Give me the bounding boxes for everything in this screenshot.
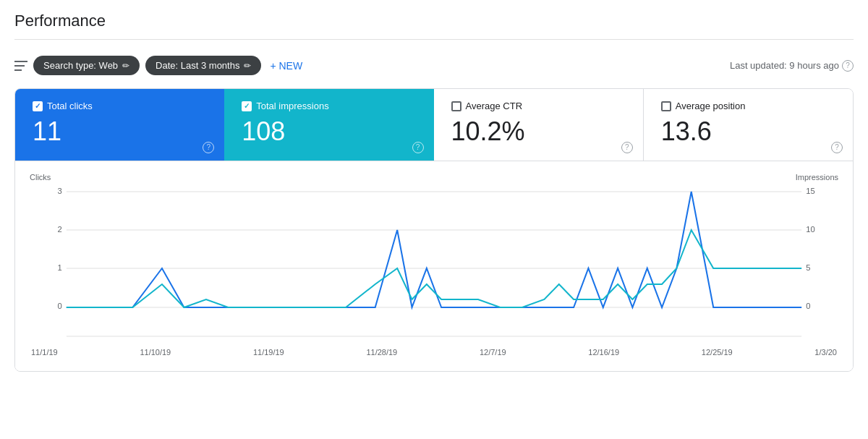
metric-name-total-clicks: Total clicks <box>47 101 93 111</box>
x-label-2: 11/19/19 <box>253 348 284 357</box>
svg-text:3: 3 <box>57 187 61 195</box>
search-type-label: Search type: Web <box>43 60 118 71</box>
x-label-6: 12/25/19 <box>702 348 733 357</box>
svg-text:0: 0 <box>806 302 810 310</box>
search-type-chip[interactable]: Search type: Web ✏ <box>33 56 140 75</box>
metric-label-ctr: Average CTR <box>451 101 626 111</box>
svg-text:1: 1 <box>57 263 61 272</box>
metric-help-total-clicks: ? <box>203 140 214 153</box>
toolbar: Search type: Web ✏ Date: Last 3 months ✏… <box>14 48 854 82</box>
chart-area: Clicks Impressions 3 2 1 0 1 <box>15 161 853 371</box>
filter-icon-button[interactable] <box>14 61 27 71</box>
main-card: Total clicks 11 ? Total impressions 108 … <box>14 88 854 372</box>
help-icon-clicks[interactable]: ? <box>203 142 214 153</box>
last-updated: Last updated: 9 hours ago ? <box>730 60 854 72</box>
metric-value-total-clicks: 11 <box>33 117 207 146</box>
pencil-icon: ✏ <box>122 61 129 71</box>
x-label-0: 11/1/19 <box>31 348 58 357</box>
left-axis-label: Clicks <box>30 173 51 182</box>
metric-value-average-position: 13.6 <box>661 117 835 146</box>
new-button[interactable]: + NEW <box>270 60 302 72</box>
chart-labels-row: Clicks Impressions <box>30 173 838 182</box>
x-label-1: 11/10/19 <box>140 348 171 357</box>
page-title: Performance <box>14 12 854 40</box>
svg-text:2: 2 <box>57 225 61 234</box>
metric-value-average-ctr: 10.2% <box>451 117 626 146</box>
help-icon-impressions[interactable]: ? <box>412 142 424 153</box>
checkbox-average-position <box>661 101 671 111</box>
x-axis-labels: 11/1/19 11/10/19 11/19/19 11/28/19 12/7/… <box>30 348 838 357</box>
metric-help-ctr: ? <box>621 140 633 153</box>
metric-value-total-impressions: 108 <box>242 117 416 146</box>
svg-text:5: 5 <box>806 263 810 272</box>
metric-name-total-impressions: Total impressions <box>256 101 328 111</box>
help-icon-position[interactable]: ? <box>831 142 843 153</box>
last-updated-help-icon[interactable]: ? <box>842 60 854 72</box>
svg-text:10: 10 <box>806 225 814 234</box>
x-label-3: 11/28/19 <box>366 348 397 357</box>
date-range-label: Date: Last 3 months <box>156 60 239 71</box>
x-label-5: 12/16/19 <box>588 348 619 357</box>
x-label-4: 12/7/19 <box>480 348 506 357</box>
svg-text:15: 15 <box>806 187 814 195</box>
checkbox-average-ctr <box>451 101 461 111</box>
help-icon-ctr[interactable]: ? <box>621 142 633 153</box>
chart-svg: 3 2 1 0 15 10 5 0 <box>30 184 838 344</box>
new-button-label: + NEW <box>270 60 302 72</box>
clicks-line <box>67 192 801 307</box>
filter-icon <box>14 61 27 71</box>
metric-label: Total clicks <box>33 101 207 111</box>
svg-text:0: 0 <box>57 302 61 310</box>
svg-rect-2 <box>14 69 22 71</box>
pencil-icon-2: ✏ <box>244 61 251 71</box>
metric-name-average-position: Average position <box>676 101 746 111</box>
metric-tile-total-impressions[interactable]: Total impressions 108 ? <box>224 89 433 161</box>
metric-tile-total-clicks[interactable]: Total clicks 11 ? <box>15 89 224 161</box>
metrics-row: Total clicks 11 ? Total impressions 108 … <box>15 89 853 161</box>
metric-help-impressions: ? <box>412 140 424 153</box>
chart-container: 3 2 1 0 15 10 5 0 <box>30 184 838 344</box>
metric-name-average-ctr: Average CTR <box>466 101 523 111</box>
metric-tile-average-ctr[interactable]: Average CTR 10.2% ? <box>434 89 644 161</box>
x-label-7: 1/3/20 <box>814 348 837 357</box>
svg-rect-1 <box>14 65 25 67</box>
metric-label-impressions: Total impressions <box>242 101 416 111</box>
metric-help-position: ? <box>831 140 843 153</box>
svg-rect-0 <box>14 61 27 62</box>
right-axis-label: Impressions <box>796 173 838 182</box>
metric-label-position: Average position <box>661 101 835 111</box>
date-range-chip[interactable]: Date: Last 3 months ✏ <box>145 56 261 75</box>
checkbox-total-clicks <box>33 101 43 111</box>
metric-tile-average-position[interactable]: Average position 13.6 ? <box>644 89 853 161</box>
checkbox-total-impressions <box>242 101 252 111</box>
